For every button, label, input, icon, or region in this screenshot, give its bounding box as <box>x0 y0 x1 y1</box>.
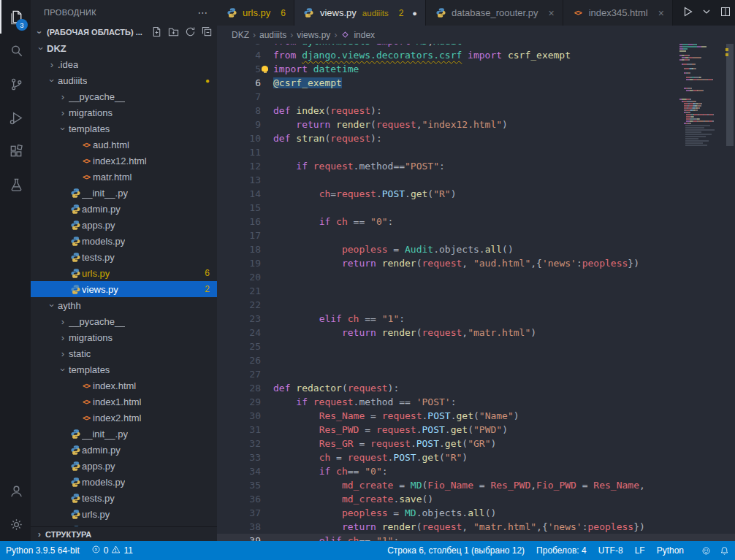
code-line-6[interactable]: 6@csrf_exempt <box>217 76 735 90</box>
code-line-13[interactable]: 13 <box>217 173 735 187</box>
activitybar-search[interactable] <box>0 34 31 67</box>
collapse-all-icon[interactable] <box>202 26 213 39</box>
code-line-29[interactable]: 29 if request.method == 'POST': <box>217 395 735 409</box>
tree-item-index2.html[interactable]: ›<>index2.html <box>31 410 217 426</box>
chevron-down-icon[interactable] <box>701 6 712 20</box>
code-line-11[interactable]: 11 <box>217 145 735 159</box>
tree-item-migrations[interactable]: ›migrations <box>31 104 217 120</box>
vertical-scrollbar[interactable] <box>725 44 735 541</box>
code-line-16[interactable]: 16 if ch == "0": <box>217 215 735 229</box>
breadcrumb-item-audiiits[interactable]: audiiits <box>259 30 286 40</box>
feedback-icon[interactable] <box>701 546 711 556</box>
code-line-35[interactable]: 35 md_create = MD(Fio_Name = Res_PWD,Fio… <box>217 478 735 492</box>
tab-views.py[interactable]: views.pyaudiiits2● <box>294 0 426 26</box>
modified-dot-icon[interactable]: ● <box>412 9 417 18</box>
code-line-33[interactable]: 33 ch = request.POST.get("R") <box>217 450 735 464</box>
code-line-8[interactable]: 8def index(request): <box>217 104 735 118</box>
tree-item-__init__.py[interactable]: ›__init__.py <box>31 426 217 442</box>
code-line-27[interactable]: 27 <box>217 367 735 381</box>
split-editor-icon[interactable] <box>720 6 731 20</box>
tree-item-__pycache__[interactable]: ›__pycache__ <box>31 313 217 329</box>
code-editor[interactable]: 3from aythh.models import MD,Audit4from … <box>217 44 735 541</box>
code-line-25[interactable]: 25 <box>217 340 735 353</box>
code-line-20[interactable]: 20 <box>217 270 735 284</box>
code-line-39[interactable]: 39 elif ch== "1": <box>217 534 735 541</box>
breadcrumb-item-DKZ[interactable]: DKZ <box>232 30 249 40</box>
code-line-15[interactable]: 15 <box>217 201 735 215</box>
python-interpreter-status[interactable]: Python 3.9.5 64-bit <box>0 541 85 560</box>
tree-item-templates[interactable]: ›templates <box>31 120 217 137</box>
new-file-icon[interactable] <box>151 26 162 39</box>
activitybar-extensions[interactable] <box>0 134 31 168</box>
tree-item-__init__.py[interactable]: ›__init__.py <box>31 185 217 201</box>
tree-item-views.py[interactable]: ›views.py2 <box>31 281 217 297</box>
tab-urls.py[interactable]: urls.py6 <box>217 0 294 26</box>
code-line-31[interactable]: 31 Res_PWD = request.POST.get("PWD") <box>217 423 735 437</box>
code-line-37[interactable]: 37 peopless = MD.objects.all() <box>217 506 735 520</box>
code-line-14[interactable]: 14 ch=request.POST.get("R") <box>217 187 735 201</box>
breadcrumb-item-index[interactable]: index <box>354 30 375 40</box>
run-icon[interactable] <box>682 6 693 20</box>
code-line-34[interactable]: 34 if ch== "0": <box>217 464 735 478</box>
tab-database_roouter.py[interactable]: database_roouter.py× <box>426 0 563 26</box>
code-line-7[interactable]: 7 <box>217 90 735 104</box>
activitybar-settings[interactable] <box>0 507 31 541</box>
code-line-36[interactable]: 36 md_create.save() <box>217 492 735 506</box>
close-icon[interactable]: × <box>549 7 555 19</box>
code-line-17[interactable]: 17 <box>217 229 735 242</box>
code-line-18[interactable]: 18 peopless = Audit.objects.all() <box>217 242 735 256</box>
indentation-status[interactable]: Пробелов: 4 <box>530 541 593 560</box>
code-line-38[interactable]: 38 return render(request, "matr.html",{'… <box>217 520 735 534</box>
new-folder-icon[interactable] <box>168 26 179 39</box>
activitybar-run-debug[interactable] <box>0 101 31 134</box>
code-line-19[interactable]: 19 return render(request, "aud.html",{'n… <box>217 256 735 270</box>
code-line-24[interactable]: 24 return render(request,"matr.html") <box>217 326 735 340</box>
tree-item-templates[interactable]: ›templates <box>31 361 217 377</box>
bell-icon[interactable] <box>720 546 729 556</box>
tree-item-index1.html[interactable]: ›<>index1.html <box>31 394 217 410</box>
tab-index345.html[interactable]: <>index345.html× <box>563 0 673 26</box>
code-line-26[interactable]: 26 <box>217 353 735 367</box>
activitybar-account[interactable] <box>0 474 31 507</box>
activitybar-source-control[interactable] <box>0 67 31 101</box>
sidebar-more-icon[interactable]: ⋯ <box>198 7 208 18</box>
code-line-9[interactable]: 9 return render(request,"index12.html") <box>217 118 735 131</box>
code-line-5[interactable]: 5import datetime <box>217 62 735 76</box>
problems-status[interactable]: 0 11 <box>85 541 139 560</box>
tree-item-migrations[interactable]: ›migrations <box>31 329 217 345</box>
code-line-28[interactable]: 28def redactor(request): <box>217 381 735 395</box>
tree-item-DKZ[interactable]: ›DKZ <box>31 40 217 56</box>
scrollbar-thumb[interactable] <box>726 44 734 146</box>
tree-item-audiiits[interactable]: ›audiiits● <box>31 72 217 88</box>
code-line-10[interactable]: 10def stran(request): <box>217 131 735 145</box>
tree-item-matr.html[interactable]: ›<>matr.html <box>31 169 217 185</box>
close-icon[interactable]: × <box>658 7 664 19</box>
tree-item-urls.py[interactable]: ›urls.py6 <box>31 265 217 281</box>
outline-section-header[interactable]: › СТРУКТУРА <box>31 526 217 541</box>
code-line-32[interactable]: 32 Res_GR = request.POST.get("GR") <box>217 437 735 450</box>
code-line-12[interactable]: 12 if request.method=="POST": <box>217 159 735 173</box>
tree-item-views.py[interactable]: ›views.py <box>31 522 217 526</box>
tree-item-.idea[interactable]: ›.idea <box>31 56 217 72</box>
code-line-21[interactable]: 21 <box>217 284 735 298</box>
encoding-status[interactable]: UTF-8 <box>593 541 629 560</box>
breadcrumb-item-views.py[interactable]: views.py <box>297 30 330 40</box>
workspace-section-header[interactable]: › (РАБОЧАЯ ОБЛАСТЬ) ... <box>31 24 217 40</box>
tree-item-tests.py[interactable]: ›tests.py <box>31 249 217 265</box>
activitybar-testing[interactable] <box>0 168 31 202</box>
activitybar-explorer[interactable]: 3 <box>0 0 31 34</box>
tree-item-index.html[interactable]: ›<>index.html <box>31 377 217 394</box>
tree-item-aud.html[interactable]: ›<>aud.html <box>31 137 217 153</box>
code-line-22[interactable]: 22 <box>217 298 735 312</box>
tree-item-index12.html[interactable]: ›<>index12.html <box>31 153 217 169</box>
tree-item-aythh[interactable]: ›aythh <box>31 297 217 313</box>
tree-item-models.py[interactable]: ›models.py <box>31 474 217 490</box>
tree-item-apps.py[interactable]: ›apps.py <box>31 458 217 474</box>
tree-item-urls.py[interactable]: ›urls.py <box>31 506 217 522</box>
code-line-23[interactable]: 23 elif ch == "1": <box>217 312 735 326</box>
language-mode-status[interactable]: Python <box>651 541 690 560</box>
tree-item-tests.py[interactable]: ›tests.py <box>31 490 217 506</box>
tree-item-static[interactable]: ›static <box>31 345 217 361</box>
tree-item-admin.py[interactable]: ›admin.py <box>31 201 217 217</box>
code-line-4[interactable]: 4from django.views.decorators.csrf impor… <box>217 48 735 62</box>
